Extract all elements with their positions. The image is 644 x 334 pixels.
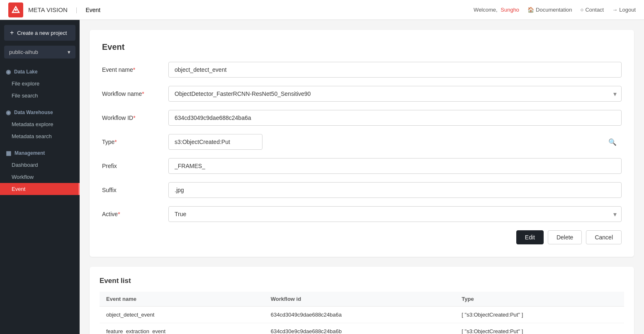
sidebar-section-header-management: ▦ Management (0, 147, 80, 159)
edit-button[interactable]: Edit (516, 230, 544, 244)
event-form-card: Event Event name* Workflow name* ▾ (90, 30, 634, 257)
active-select-wrapper: ▾ (168, 206, 622, 222)
sidebar-item-file-explore[interactable]: File explore (0, 78, 80, 90)
workflow-name-row: Workflow name* ▾ (102, 86, 622, 102)
type-row: Type* 🔍 (102, 134, 622, 150)
welcome-text: Welcome, Sungho (474, 7, 519, 13)
app-logo (8, 2, 23, 17)
workflow-id-label: Workflow ID* (102, 115, 168, 121)
event-table-header: Event name Workflow id Type (100, 292, 624, 307)
sidebar-item-file-search[interactable]: File search (0, 90, 80, 102)
sidebar-section-management: ▦ Management Dashboard Workflow Event (0, 145, 80, 197)
event-list-card: Event list Event name Workflow id Type o… (90, 267, 634, 334)
type-input-wrapper: 🔍 (168, 134, 622, 150)
active-label: Active* (102, 211, 168, 217)
event-name-row: Event name* (102, 62, 622, 78)
suffix-row: Suffix (102, 182, 622, 198)
layout: + Create a new project public-aihub ▾ ◉ … (0, 20, 644, 334)
project-selector[interactable]: public-aihub ▾ (4, 46, 75, 59)
sidebar-item-metadata-explore[interactable]: Metadata explore (0, 118, 80, 130)
workflow-name-select-wrapper: ▾ (168, 86, 622, 102)
sidebar-item-event[interactable]: Event (0, 183, 80, 195)
row1-event-name: object_detect_event (100, 307, 264, 323)
prefix-row: Prefix (102, 158, 622, 174)
prefix-label: Prefix (102, 163, 168, 169)
management-icon: ▦ (6, 150, 11, 156)
col-type: Type (455, 292, 624, 307)
workflow-id-input[interactable] (168, 110, 622, 126)
sidebar-section-header-datawarehouse: ◉ Data Warehouse (0, 107, 80, 118)
suffix-label: Suffix (102, 187, 168, 193)
sidebar: + Create a new project public-aihub ▾ ◉ … (0, 20, 80, 334)
event-table: Event name Workflow id Type object_detec… (100, 292, 624, 334)
event-list-title: Event list (100, 277, 624, 285)
home-icon: 🏠 (527, 7, 534, 13)
event-table-body: object_detect_event 634cd3049c9dae688c24… (100, 307, 624, 334)
logout-icon: → (612, 7, 617, 13)
table-row[interactable]: object_detect_event 634cd3049c9dae688c24… (100, 307, 624, 323)
main-content: Event Event name* Workflow name* ▾ (80, 20, 644, 334)
table-header-row: Event name Workflow id Type (100, 292, 624, 307)
workflow-id-row: Workflow ID* (102, 110, 622, 126)
workflow-name-input[interactable] (168, 86, 622, 102)
sidebar-section-datawarehouse: ◉ Data Warehouse Metadata explore Metada… (0, 104, 80, 145)
datalake-icon: ◉ (6, 68, 11, 75)
cancel-button[interactable]: Cancel (586, 230, 622, 244)
suffix-input[interactable] (168, 182, 622, 198)
type-input[interactable] (168, 134, 262, 150)
datawarehouse-icon: ◉ (6, 109, 11, 116)
sidebar-section-header-datalake: ◉ Data Lake (0, 66, 80, 78)
event-name-label: Event name* (102, 66, 168, 73)
delete-button[interactable]: Delete (548, 230, 582, 244)
contact-link[interactable]: ○ Contact (581, 7, 604, 13)
action-buttons: Edit Delete Cancel (102, 230, 622, 244)
contact-icon: ○ (581, 7, 584, 13)
sidebar-section-datalake: ◉ Data Lake File explore File search (0, 63, 80, 104)
svg-point-1 (15, 9, 17, 11)
plus-icon: + (10, 29, 14, 37)
create-project-button[interactable]: + Create a new project (4, 25, 75, 41)
search-icon: 🔍 (608, 138, 617, 146)
logout-link[interactable]: → Logout (612, 7, 636, 13)
sidebar-item-workflow[interactable]: Workflow (0, 171, 80, 183)
type-label: Type* (102, 139, 168, 145)
row2-event-name: feature_extraction_event (100, 323, 264, 334)
form-title: Event (102, 42, 622, 52)
page-title-topbar: Event (85, 7, 100, 13)
topbar-right: Welcome, Sungho 🏠 Documentation ○ Contac… (474, 7, 636, 13)
row2-workflow-id: 634cd30e9c9dae688c24ba6b (264, 323, 455, 334)
event-name-input[interactable] (168, 62, 622, 78)
username: Sungho (501, 7, 519, 13)
row1-workflow-id: 634cd3049c9dae688c24ba6a (264, 307, 455, 323)
sidebar-item-metadata-search[interactable]: Metadata search (0, 130, 80, 142)
row2-type: [ "s3:ObjectCreated:Put" ] (455, 323, 624, 334)
documentation-link[interactable]: 🏠 Documentation (527, 7, 572, 13)
active-row: Active* ▾ (102, 206, 622, 222)
col-workflow-id: Workflow id (264, 292, 455, 307)
app-name: META VISION (28, 6, 68, 13)
workflow-name-label: Workflow name* (102, 90, 168, 97)
topbar: META VISION | Event Welcome, Sungho 🏠 Do… (0, 0, 644, 20)
row1-type: [ "s3:ObjectCreated:Put" ] (455, 307, 624, 323)
col-event-name: Event name (100, 292, 264, 307)
active-input[interactable] (168, 206, 622, 222)
prefix-input[interactable] (168, 158, 622, 174)
topbar-left: META VISION | Event (8, 2, 100, 17)
chevron-down-icon: ▾ (68, 49, 70, 55)
sidebar-item-dashboard[interactable]: Dashboard (0, 159, 80, 171)
table-row[interactable]: feature_extraction_event 634cd30e9c9dae6… (100, 323, 624, 334)
